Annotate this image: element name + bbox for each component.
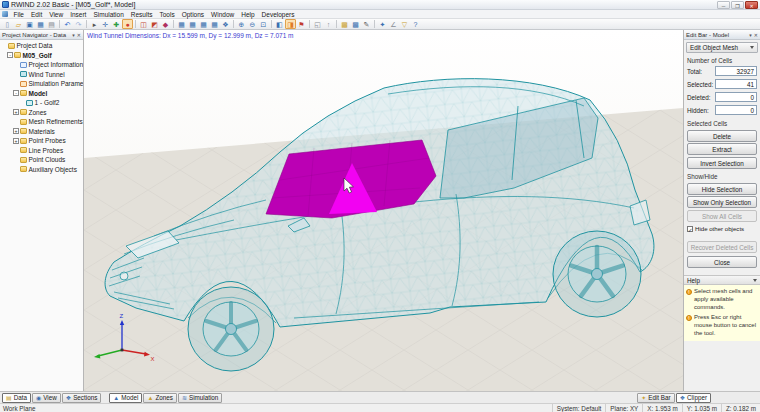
expander-icon[interactable]: + <box>13 138 19 144</box>
delete-button[interactable]: Delete <box>687 130 757 142</box>
tree-item-zones[interactable]: +Zones <box>0 108 83 118</box>
3d-viewport[interactable]: Wind Tunnel Dimensions: Dx = 15.599 m, D… <box>84 30 683 391</box>
measure-icon[interactable]: ∠ <box>388 19 399 29</box>
tree-item-m05-golf[interactable]: -M05_Golf <box>0 51 83 61</box>
redo-icon[interactable]: ↷ <box>73 19 84 29</box>
menu-simulation[interactable]: Simulation <box>90 10 127 19</box>
menu-window[interactable]: Window <box>208 10 238 19</box>
edit-mesh-mode-icon[interactable]: ◨ <box>285 19 296 29</box>
table-zones-icon[interactable]: ▦ <box>187 19 198 29</box>
tree-item-point-clouds[interactable]: Point Clouds <box>0 155 83 165</box>
menu-developers[interactable]: Developers <box>258 10 298 19</box>
tools-misc-icon[interactable]: ✦ <box>377 19 388 29</box>
panel-menu-icon[interactable]: ▾ <box>749 31 752 39</box>
tree-item-project-information[interactable]: Project Information <box>0 60 83 70</box>
tab-clipper[interactable]: ❖Clipper <box>676 393 711 403</box>
tab-edit-bar[interactable]: ✦Edit Bar <box>637 393 674 403</box>
recover-deleted-cells-button[interactable]: Recover Deleted Cells <box>687 241 757 253</box>
simulation-settings-icon[interactable]: ◩ <box>149 19 160 29</box>
open-file-icon[interactable]: ▱ <box>13 19 24 29</box>
tree-item-mesh-refinements[interactable]: Mesh Refinements <box>0 117 83 127</box>
toolbar-separator <box>135 20 136 28</box>
new-file-icon[interactable]: ▯ <box>2 19 13 29</box>
table-graphs-icon[interactable]: ▦ <box>209 19 220 29</box>
tree-item-auxiliary-objects[interactable]: Auxiliary Objects <box>0 165 83 175</box>
panel-close-icon[interactable]: ✕ <box>77 31 81 39</box>
tab-model[interactable]: ▲Model <box>109 393 142 403</box>
palette-b-icon[interactable]: ▩ <box>350 19 361 29</box>
window-layout-icon[interactable]: ❖ <box>220 19 231 29</box>
tree-item-point-probes[interactable]: +Point Probes <box>0 136 83 146</box>
annotate-icon[interactable]: ✎ <box>361 19 372 29</box>
tree-item-1-golf2[interactable]: 1 - Golf2 <box>0 98 83 108</box>
menu-results[interactable]: Results <box>127 10 156 19</box>
close-button[interactable]: ✕ <box>745 1 758 9</box>
expander-icon[interactable]: - <box>13 90 19 96</box>
tab-zones[interactable]: ▲Zones <box>143 393 176 403</box>
select-cells-tool-icon[interactable]: ● <box>122 19 133 29</box>
hide-other-objects-checkbox-row[interactable]: ✓ Hide other objects <box>687 225 757 232</box>
hide-other-objects-checkbox[interactable]: ✓ <box>687 226 693 232</box>
help-pointer-icon[interactable]: ? <box>410 19 421 29</box>
tab-simulation[interactable]: ≋Simulation <box>178 393 222 403</box>
filter-icon[interactable]: ▽ <box>399 19 410 29</box>
menu-help[interactable]: Help <box>238 10 258 19</box>
menu-file[interactable]: File <box>10 10 27 19</box>
menu-insert[interactable]: Insert <box>67 10 90 19</box>
menu-edit[interactable]: Edit <box>27 10 45 19</box>
tab-data[interactable]: ▤Data <box>2 393 31 403</box>
invert-selection-button[interactable]: Invert Selection <box>687 157 757 169</box>
menu-view[interactable]: View <box>46 10 67 19</box>
show-all-cells-button[interactable]: Show All Cells <box>687 210 757 222</box>
palette-a-icon[interactable]: ▩ <box>339 19 350 29</box>
tree-item-line-probes[interactable]: Line Probes <box>0 146 83 156</box>
minimize-button[interactable]: ─ <box>717 1 730 9</box>
expander-icon[interactable]: - <box>7 52 13 58</box>
help-section-header[interactable]: Help <box>684 275 760 285</box>
zoom-in-icon[interactable]: ⊕ <box>236 19 247 29</box>
menu-options[interactable]: Options <box>178 10 207 19</box>
print-icon[interactable]: ▤ <box>46 19 57 29</box>
zoom-out-icon[interactable]: ⊖ <box>247 19 258 29</box>
save-icon[interactable]: ▣ <box>24 19 35 29</box>
undo-icon[interactable]: ↶ <box>62 19 73 29</box>
menu-tools[interactable]: Tools <box>156 10 178 19</box>
mesh-tool-icon[interactable]: ◆ <box>160 19 171 29</box>
deleted-input[interactable]: 0 <box>715 92 757 102</box>
panel-menu-icon[interactable]: ▾ <box>72 31 75 39</box>
model-scene[interactable]: Z X <box>84 30 683 391</box>
tab-sections[interactable]: ❖Sections <box>62 393 102 403</box>
show-only-selection-button[interactable]: Show Only Selection <box>687 196 757 208</box>
flag-tool-icon[interactable]: ⚑ <box>296 19 307 29</box>
move-tool-icon[interactable]: ✛ <box>100 19 111 29</box>
panel-close-icon[interactable]: ✕ <box>754 31 758 39</box>
maximize-button[interactable]: ❐ <box>731 1 744 9</box>
hidden-input[interactable]: 0 <box>715 105 757 115</box>
tab-view[interactable]: ◉View <box>32 393 61 403</box>
close-button[interactable]: Close <box>687 256 757 268</box>
extract-button[interactable]: Extract <box>687 143 757 155</box>
export-view-icon[interactable]: ↑ <box>323 19 334 29</box>
tree-item-simulation-parameters[interactable]: Simulation Parameters <box>0 79 83 89</box>
help-notes: !Select mesh cells and apply available c… <box>684 285 760 341</box>
info-icon: ! <box>686 315 692 321</box>
view-options-icon[interactable]: ◧ <box>274 19 285 29</box>
tree-item-project-data[interactable]: Project Data <box>0 41 83 51</box>
selected-input[interactable]: 41 <box>715 79 757 89</box>
tree-item-materials[interactable]: +Materials <box>0 127 83 137</box>
table-probes-icon[interactable]: ▦ <box>198 19 209 29</box>
expander-icon[interactable]: + <box>13 128 19 134</box>
tree-item-wind-tunnel[interactable]: Wind Tunnel <box>0 70 83 80</box>
table-results-icon[interactable]: ▦ <box>176 19 187 29</box>
hide-selection-button[interactable]: Hide Selection <box>687 183 757 195</box>
wind-tunnel-tool-icon[interactable]: ◫ <box>138 19 149 29</box>
expander-icon[interactable]: + <box>13 109 19 115</box>
edit-mode-dropdown[interactable]: Edit Object Mesh <box>686 42 758 53</box>
copy-view-icon[interactable]: ◱ <box>312 19 323 29</box>
save-as-icon[interactable]: ▦ <box>35 19 46 29</box>
total-input[interactable]: 32927 <box>715 66 757 76</box>
select-arrow-icon[interactable]: ▸ <box>89 19 100 29</box>
add-object-icon[interactable]: ✚ <box>111 19 122 29</box>
zoom-window-icon[interactable]: ⊡ <box>258 19 269 29</box>
tree-item-model[interactable]: -Model <box>0 89 83 99</box>
